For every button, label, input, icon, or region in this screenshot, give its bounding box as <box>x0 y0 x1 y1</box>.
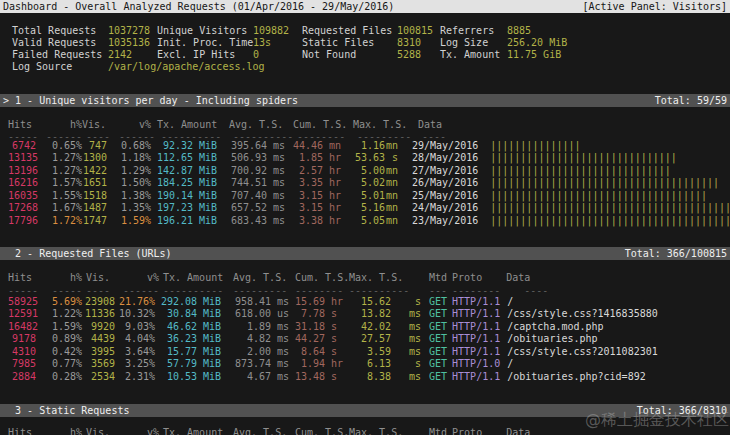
col-tx-amount: Tx. Amount <box>159 272 229 284</box>
tx-amount-unit: MiB <box>197 333 227 345</box>
cum-ts-value: 2.57 <box>291 165 323 177</box>
tx-amount-value: 190.14 <box>151 190 193 202</box>
avg-ts-unit: ms <box>267 177 291 189</box>
requested-files-table-row[interactable]: 12591 1.22% 11336 10.32% 30.84 MiB 618.0… <box>0 308 730 320</box>
visitors-percent: 21.76% <box>115 296 155 308</box>
max-ts-value: 53.63 <box>347 152 385 164</box>
tx-amount-unit: MiB <box>193 215 223 227</box>
request-url: /obituaries.php <box>507 333 597 345</box>
col-protocol: Proto <box>452 427 482 435</box>
col-max-ts: Max. T.S. <box>343 427 421 435</box>
hits-percent: 1.67% <box>36 202 82 214</box>
visitors-table-row[interactable]: 17796 1.72% 1747 1.59% 196.21 MiB 683.43… <box>0 215 730 227</box>
panel2-table: 58925 5.69% 23908 21.76% 292.08 MiB 958.… <box>0 296 730 383</box>
tx-amount-value: 15.77 <box>155 346 197 358</box>
visitors-percent: 1.38% <box>107 190 151 202</box>
cum-ts-unit: hr <box>325 358 349 370</box>
cum-ts-unit: hr <box>323 202 347 214</box>
visitors-percent: 9.03% <box>115 321 155 333</box>
tx-amount-value: 184.25 <box>151 177 193 189</box>
title-bar: Dashboard - Overall Analyzed Requests (0… <box>0 0 730 13</box>
col-data: Data <box>418 119 442 131</box>
active-panel-indicator: [Active Panel: Visitors] <box>583 0 728 13</box>
summary-row: Failed Requests2142Excl. IP Hits0Not Fou… <box>0 49 730 61</box>
col-cum-ts: Cum. T.S. <box>295 427 343 435</box>
visitors-table-row[interactable]: 16035 1.55% 1518 1.38% 190.14 MiB 707.40… <box>0 190 730 202</box>
summary-label: Referrers <box>440 25 507 37</box>
col-visitors-percent: v% <box>107 119 151 131</box>
hits-percent: 1.27% <box>36 152 82 164</box>
visitors-table-row[interactable]: 13196 1.27% 1422 1.29% 142.87 MiB 700.92… <box>0 165 730 177</box>
visitors-percent: 3.64% <box>115 346 155 358</box>
hits-percent: 1.72% <box>36 215 82 227</box>
histogram-bars: ||||||||||||||||||||||||||||||||||||||||… <box>490 215 730 227</box>
panel2-total: Total: 366/100815 <box>625 247 727 260</box>
summary-value: 13s <box>253 37 302 49</box>
col-avg-ts: Avg. T.S. <box>229 427 295 435</box>
hits-value: 4310 <box>8 346 36 358</box>
tx-amount-value: 142.87 <box>151 165 193 177</box>
cum-ts-value: 44.27 <box>295 333 325 345</box>
panel2-column-headers: Hitsh%Vis.v%Tx. AmountAvg. T.S.Cum. T.S.… <box>0 272 730 284</box>
summary-value: 0 <box>253 49 302 61</box>
cum-ts-unit: hr <box>323 152 347 164</box>
histogram-bars: |||||||||||||||||||||||||||||||||||| <box>490 190 707 202</box>
col-method: Mtd <box>429 427 447 435</box>
summary-value: 109882 <box>253 25 302 37</box>
max-ts-unit: ms <box>391 308 421 320</box>
cum-ts-value: 13.48 <box>295 371 325 383</box>
tx-amount-unit: MiB <box>197 296 227 308</box>
panel2-header[interactable]: 2 - Requested Files (URLs) Total: 366/10… <box>0 247 730 260</box>
visitors-value: 3995 <box>82 346 115 358</box>
max-ts-value: 42.02 <box>349 321 391 333</box>
requested-files-table-row[interactable]: 2884 0.28% 2534 2.31% 10.53 MiB 4.67 ms … <box>0 371 730 383</box>
visitors-table-row[interactable]: 6742 0.65% 747 0.68% 92.32 MiB 395.64 ms… <box>0 140 730 152</box>
http-protocol: HTTP/1.0 <box>452 358 500 370</box>
http-method: GET <box>429 371 447 383</box>
summary-label: Valid Requests <box>12 37 108 49</box>
max-ts-unit: mn <box>385 215 398 227</box>
tx-amount-value: 112.65 <box>151 152 193 164</box>
max-ts-value: 3.59 <box>349 346 391 358</box>
request-url: /captcha.mod.php <box>507 321 603 333</box>
http-protocol: HTTP/1.1 <box>452 296 500 308</box>
date-value: 29/May/2016 <box>412 140 478 152</box>
avg-ts-unit: ms <box>271 321 295 333</box>
visitors-table-row[interactable]: 13135 1.27% 1300 1.18% 112.65 MiB 506.93… <box>0 152 730 164</box>
panel1-header[interactable]: > 1 - Unique visitors per day - Includin… <box>0 94 730 107</box>
cum-ts-value: 8.64 <box>295 346 325 358</box>
requested-files-table-row[interactable]: 7985 0.77% 3569 3.25% 57.79 MiB 873.74 m… <box>0 358 730 370</box>
histogram-bars: |||||||||||||||||||||||||||||| <box>490 165 671 177</box>
col-hits-percent: h% <box>36 119 82 131</box>
visitors-table-row[interactable]: 17268 1.67% 1487 1.35% 197.23 MiB 657.52… <box>0 202 730 214</box>
avg-ts-value: 506.93 <box>223 152 267 164</box>
visitors-value: 11336 <box>82 308 115 320</box>
cum-ts-value: 1.94 <box>295 358 325 370</box>
date-value: 26/May/2016 <box>412 177 478 189</box>
requested-files-table-row[interactable]: 4310 0.42% 3995 3.64% 15.77 MiB 2.00 ms … <box>0 346 730 358</box>
requested-files-table-row[interactable]: 16482 1.59% 9920 9.03% 46.62 MiB 1.89 ms… <box>0 321 730 333</box>
max-ts-value: 5.16 <box>347 202 385 214</box>
avg-ts-unit: ms <box>271 346 295 358</box>
requested-files-table-row[interactable]: 9178 0.89% 4439 4.04% 36.23 MiB 4.82 ms … <box>0 333 730 345</box>
visitors-table-row[interactable]: 16216 1.57% 1651 1.50% 184.25 MiB 744.51… <box>0 177 730 189</box>
avg-ts-value: 395.64 <box>223 140 267 152</box>
summary-block: Total Requests1037278Unique Visitors1098… <box>0 25 730 73</box>
requested-files-table-row[interactable]: 58925 5.69% 23908 21.76% 292.08 MiB 958.… <box>0 296 730 308</box>
date-value: 25/May/2016 <box>412 190 478 202</box>
summary-value: 11.75 GiB <box>507 49 561 61</box>
hits-percent: 1.55% <box>36 190 82 202</box>
cum-ts-unit: s <box>325 346 349 358</box>
tx-amount-value: 292.08 <box>155 296 197 308</box>
summary-value: 1037278 <box>108 25 157 37</box>
col-hits-percent: h% <box>36 272 82 284</box>
max-ts-unit: mn <box>385 190 398 202</box>
hits-percent: 0.77% <box>36 358 82 370</box>
max-ts-unit: ms <box>391 333 421 345</box>
max-ts-unit: ms <box>391 321 421 333</box>
http-method: GET <box>429 308 447 320</box>
request-url: /obituaries.php?cid=892 <box>507 371 645 383</box>
date-value: 28/May/2016 <box>412 152 478 164</box>
tx-amount-unit: MiB <box>197 371 227 383</box>
avg-ts-unit: ms <box>267 190 291 202</box>
